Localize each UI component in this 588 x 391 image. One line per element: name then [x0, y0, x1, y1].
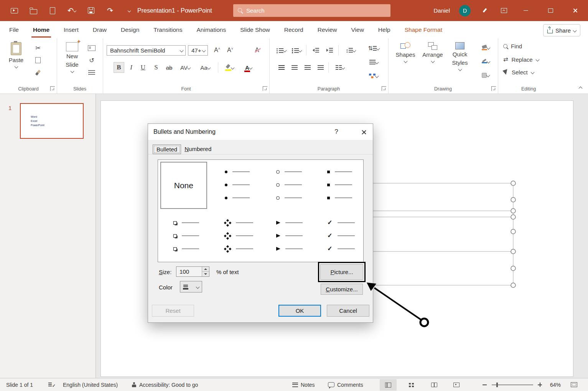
slide-thumbnail[interactable]: Word Excel PowerPoint	[20, 103, 84, 139]
tab-transitions[interactable]: Transitions	[153, 26, 183, 34]
normal-view-button[interactable]	[380, 379, 397, 391]
zoom-out-button[interactable]	[483, 378, 487, 391]
shape-outline-button[interactable]	[477, 56, 494, 67]
spellcheck-button[interactable]	[48, 378, 54, 391]
start-slideshow-button[interactable]	[9, 6, 19, 16]
close-button[interactable]	[567, 0, 583, 21]
paste-button[interactable]: Paste	[5, 42, 28, 84]
line-spacing-button[interactable]: ↕	[342, 45, 359, 56]
tab-help[interactable]: Help	[377, 26, 391, 34]
increase-font-size-button[interactable]: A˄	[212, 45, 222, 56]
font-size-combobox[interactable]: 47+	[188, 45, 208, 56]
tab-review[interactable]: Review	[317, 26, 338, 34]
ribbon-display-options-button[interactable]	[499, 6, 509, 16]
quick-styles-button[interactable]: Quick Styles	[448, 42, 472, 84]
shapes-button[interactable]: Shapes	[394, 42, 417, 84]
tab-file[interactable]: File	[8, 26, 20, 34]
zoom-percentage[interactable]: 64%	[550, 378, 561, 391]
bullet-style-checkmarks[interactable]: ✓ ✓ ✓	[312, 211, 363, 262]
copy-button[interactable]	[33, 55, 43, 65]
bullets-button[interactable]	[275, 45, 288, 56]
customize-qat-button[interactable]	[124, 6, 134, 16]
underline-button[interactable]: U	[138, 62, 148, 73]
new-slide-button[interactable]: New Slide	[61, 42, 83, 84]
bullet-style-none[interactable]: None	[160, 162, 207, 209]
text-shadow-button[interactable]: S	[151, 62, 161, 73]
size-decrement-button[interactable]	[202, 272, 209, 276]
bullet-style-diamonds[interactable]	[209, 211, 261, 262]
notes-button[interactable]: Notes	[292, 378, 315, 391]
italic-button[interactable]: I	[127, 62, 136, 73]
save-button[interactable]	[86, 6, 96, 16]
dialog-help-button[interactable]: ?	[329, 124, 344, 140]
tab-home[interactable]: Home	[32, 26, 50, 34]
tab-slideshow[interactable]: Slide Show	[239, 26, 271, 34]
search-box[interactable]: Search	[233, 4, 390, 17]
decrease-indent-button[interactable]	[310, 45, 321, 56]
size-spinner[interactable]: 100	[176, 266, 209, 277]
zoom-slider[interactable]	[492, 384, 533, 385]
cancel-button[interactable]: Cancel	[327, 305, 369, 317]
tab-view[interactable]: View	[351, 26, 365, 34]
collapse-ribbon-icon[interactable]	[579, 87, 583, 90]
reading-view-button[interactable]	[426, 379, 443, 391]
columns-button[interactable]	[332, 62, 348, 73]
maximize-button[interactable]	[543, 0, 558, 21]
align-right-button[interactable]	[302, 62, 313, 73]
bullet-style-hollow-circles[interactable]	[261, 160, 312, 211]
decrease-font-size-button[interactable]: A˅	[225, 45, 236, 56]
tab-insert[interactable]: Insert	[63, 26, 79, 34]
find-button[interactable]: Find	[503, 43, 522, 49]
tab-numbered[interactable]: Numbered	[181, 145, 215, 154]
clipboard-dialog-launcher-icon[interactable]	[50, 86, 55, 91]
font-name-combobox[interactable]: Bahnschrift SemiBold	[107, 45, 186, 56]
bold-button[interactable]: B	[114, 62, 124, 73]
section-button[interactable]	[87, 67, 97, 77]
shape-effects-button[interactable]	[477, 70, 494, 80]
tab-bulleted[interactable]: Bulleted	[153, 145, 181, 154]
dialog-titlebar[interactable]: Bullets and Numbering ?	[148, 124, 373, 140]
numbering-button[interactable]	[290, 45, 303, 56]
bullet-style-filled-circles[interactable]	[209, 160, 261, 211]
size-increment-button[interactable]	[202, 267, 209, 272]
arrange-button[interactable]: Arrange	[420, 42, 445, 84]
align-center-button[interactable]	[289, 62, 300, 73]
comments-button[interactable]: Comments	[328, 378, 363, 391]
tab-design[interactable]: Design	[120, 26, 140, 34]
character-spacing-button[interactable]: AV	[177, 62, 193, 73]
ink-pen-button[interactable]	[480, 6, 490, 16]
cut-button[interactable]: ✂	[33, 43, 43, 53]
zoom-slider-thumb[interactable]	[496, 383, 498, 387]
justify-button[interactable]	[315, 62, 326, 73]
slideshow-view-button[interactable]	[448, 379, 465, 391]
user-avatar[interactable]: D	[459, 5, 471, 16]
tab-record[interactable]: Record	[283, 26, 304, 34]
shape-fill-button[interactable]	[477, 42, 494, 53]
replace-button[interactable]: ⇄Replace	[503, 56, 539, 63]
highlight-color-button[interactable]	[222, 62, 237, 73]
bullet-style-filled-squares[interactable]	[312, 160, 363, 211]
redo-button[interactable]: ↷	[105, 6, 115, 16]
bullet-style-arrowheads[interactable]	[261, 211, 312, 262]
ok-button[interactable]: OK	[278, 305, 321, 317]
dialog-close-button[interactable]	[354, 124, 373, 140]
select-button[interactable]: Select	[503, 69, 534, 76]
format-painter-button[interactable]	[33, 67, 43, 77]
bullet-style-shadowed-squares[interactable]	[158, 211, 209, 262]
minimize-button[interactable]	[518, 0, 534, 21]
user-name[interactable]: Daniel	[433, 7, 450, 14]
size-value[interactable]: 100	[176, 267, 202, 276]
change-case-button[interactable]: Aa	[197, 62, 213, 73]
paragraph-dialog-launcher-icon[interactable]	[382, 86, 386, 91]
share-button[interactable]: Share	[543, 24, 580, 36]
clear-formatting-button[interactable]: A	[252, 45, 262, 56]
slide-sorter-view-button[interactable]	[403, 379, 420, 391]
accessibility-button[interactable]: Accessibility: Good to go	[131, 378, 198, 391]
slide-layout-button[interactable]	[87, 43, 97, 53]
undo-button[interactable]: ↶	[67, 6, 77, 16]
increase-indent-button[interactable]	[324, 45, 335, 56]
strikethrough-button[interactable]: ab	[163, 62, 175, 73]
font-color-button[interactable]: A	[241, 62, 256, 73]
tab-animations[interactable]: Animations	[196, 26, 227, 34]
tab-draw[interactable]: Draw	[92, 26, 107, 34]
